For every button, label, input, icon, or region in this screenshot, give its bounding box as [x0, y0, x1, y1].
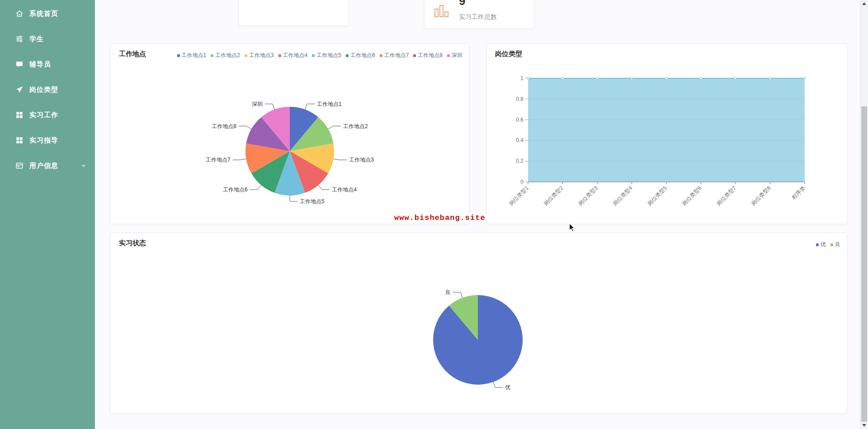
legend-item[interactable]: 工作地点8 [413, 52, 443, 59]
sidebar-item-label: 学生 [29, 35, 44, 43]
svg-text:0: 0 [520, 179, 524, 185]
svg-text:岗位类型7: 岗位类型7 [716, 185, 738, 207]
svg-text:工作地点1: 工作地点1 [317, 101, 342, 107]
legend-swatch [413, 54, 416, 57]
sidebar-item-internship-jobs[interactable]: 实习工作 [0, 102, 95, 128]
sidebar-item-label: 用户信息 [29, 162, 58, 170]
svg-text:工作地点4: 工作地点4 [332, 186, 357, 193]
svg-text:深圳: 深圳 [252, 101, 263, 107]
svg-text:0.6: 0.6 [516, 117, 524, 123]
sidebar-item-label: 实习指导 [29, 136, 58, 145]
legend-label: 深圳 [452, 52, 462, 59]
svg-text:岗位类型3: 岗位类型3 [577, 185, 599, 207]
legend-item[interactable]: 优 [816, 241, 826, 248]
legend-swatch [830, 243, 833, 246]
sidebar-item-label: 岗位类型 [29, 86, 58, 94]
sidebar-item-counselors[interactable]: 辅导员 [0, 52, 95, 77]
position-type-area-chart[interactable]: 00.20.40.60.81岗位类型1岗位类型2岗位类型3岗位类型4岗位类型5岗… [487, 44, 847, 224]
legend-label: 工作地点7 [384, 52, 409, 59]
position-type-card: 岗位类型 00.20.40.60.81岗位类型1岗位类型2岗位类型3岗位类型4岗… [486, 43, 847, 224]
svg-text:岗位类型5: 岗位类型5 [646, 185, 669, 207]
legend-label: 工作地点6 [350, 52, 375, 59]
scrollbar-thumb[interactable] [861, 106, 867, 422]
legend-swatch [211, 54, 213, 57]
svg-text:工作地点3: 工作地点3 [349, 157, 374, 163]
message-icon [15, 60, 24, 68]
work-location-card: 工作地点 工作地点1工作地点2工作地点3工作地点4工作地点5工作地点6工作地点7… [110, 43, 469, 224]
sidebar-item-user-info[interactable]: 用户信息 [0, 153, 95, 178]
svg-text:工作地点7: 工作地点7 [206, 157, 231, 163]
internship-status-card: 实习状态 优良 优良 [110, 233, 847, 414]
legend-label: 工作地点5 [316, 52, 341, 59]
legend-swatch [177, 54, 180, 57]
svg-text:0.8: 0.8 [516, 96, 524, 102]
position-type-title: 岗位类型 [495, 50, 522, 58]
grid-icon [15, 136, 24, 144]
scroll-down-arrow-icon[interactable] [860, 422, 868, 429]
stat-value: 9 [459, 0, 465, 8]
legend-item[interactable]: 工作地点2 [211, 52, 240, 59]
svg-text:岗位类型1: 岗位类型1 [508, 185, 530, 207]
sidebar-item-students[interactable]: 学生 [0, 26, 95, 52]
mouse-cursor [569, 223, 576, 233]
legend-swatch [312, 54, 315, 57]
work-location-title: 工作地点 [119, 50, 146, 58]
legend-swatch [816, 243, 819, 246]
legend-swatch [380, 54, 382, 57]
legend-label: 优 [821, 241, 826, 248]
grid-icon [15, 111, 24, 119]
svg-text:岗位类型8: 岗位类型8 [750, 185, 772, 207]
legend-item[interactable]: 深圳 [447, 52, 462, 59]
legend-swatch [346, 54, 349, 57]
svg-text:岗位类型4: 岗位类型4 [612, 185, 634, 207]
legend-item[interactable]: 工作地点4 [278, 52, 308, 59]
legend-label: 工作地点8 [418, 52, 443, 59]
internship-status-title: 实习状态 [119, 239, 146, 248]
internship-status-legend: 优良 [816, 241, 840, 248]
svg-text:良: 良 [445, 289, 451, 296]
legend-item[interactable]: 工作地点6 [346, 52, 375, 59]
scroll-up-arrow-icon[interactable] [860, 0, 868, 7]
sidebar-item-home[interactable]: 系统首页 [0, 1, 95, 26]
legend-label: 良 [835, 241, 840, 248]
sidebar-item-label: 实习工作 [29, 111, 58, 119]
legend-item[interactable]: 工作地点3 [245, 52, 274, 59]
card-icon [15, 162, 24, 170]
work-location-pie-chart[interactable]: 工作地点1工作地点2工作地点3工作地点4工作地点5工作地点6工作地点7工作地点8… [111, 44, 469, 224]
legend-label: 工作地点2 [215, 52, 240, 59]
legend-item[interactable]: 工作地点5 [312, 52, 341, 59]
sidebar-item-internship-guidance[interactable]: 实习指导 [0, 128, 95, 153]
sidebar: 系统首页 学生 辅导员 岗位类型 [0, 0, 95, 429]
legend-item[interactable]: 工作地点1 [177, 52, 207, 59]
svg-text:0.2: 0.2 [516, 158, 524, 164]
legend-label: 工作地点4 [283, 52, 308, 59]
legend-label: 工作地点1 [182, 52, 207, 59]
stat-label: 实习工作总数 [459, 13, 497, 21]
svg-text:1: 1 [520, 75, 524, 81]
legend-label: 工作地点3 [249, 52, 274, 59]
sliders-icon [15, 35, 24, 43]
svg-text:优: 优 [505, 384, 510, 391]
home-icon [15, 10, 24, 18]
svg-text:程序类: 程序类 [791, 185, 807, 200]
svg-text:0.4: 0.4 [516, 137, 524, 143]
sidebar-item-label: 辅导员 [29, 60, 51, 69]
send-icon [15, 86, 24, 94]
sidebar-item-label: 系统首页 [29, 10, 58, 18]
legend-item[interactable]: 良 [830, 241, 840, 248]
svg-text:工作地点8: 工作地点8 [212, 123, 236, 129]
watermark-text: www.bishebang.site [394, 214, 486, 222]
legend-swatch [447, 54, 450, 57]
work-location-legend: 工作地点1工作地点2工作地点3工作地点4工作地点5工作地点6工作地点7工作地点8… [177, 52, 463, 59]
chevron-down-icon [80, 162, 87, 169]
svg-text:岗位类型6: 岗位类型6 [681, 185, 703, 207]
legend-item[interactable]: 工作地点7 [380, 52, 409, 59]
svg-text:工作地点6: 工作地点6 [223, 186, 248, 193]
internship-status-pie-chart[interactable]: 优良 [111, 233, 847, 413]
sidebar-item-position-types[interactable]: 岗位类型 [0, 77, 95, 102]
bar-chart-icon [434, 4, 450, 19]
legend-swatch [278, 54, 281, 57]
legend-swatch [245, 54, 247, 57]
svg-text:工作地点5: 工作地点5 [300, 198, 325, 205]
vertical-scrollbar[interactable] [860, 0, 868, 429]
